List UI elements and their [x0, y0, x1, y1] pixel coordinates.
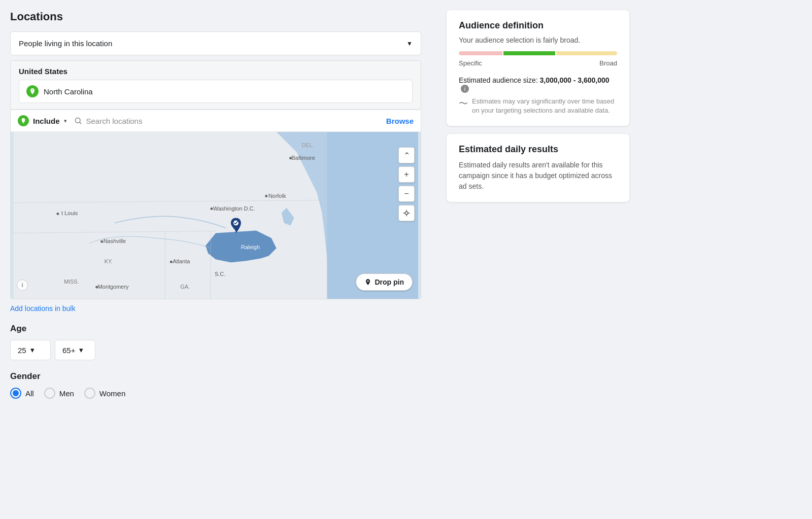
drop-pin-button[interactable]: Drop pin [356, 273, 413, 291]
svg-text:GA.: GA. [180, 284, 190, 290]
age-max-dropdown[interactable]: 65+ ▾ [55, 340, 95, 360]
map-info-icon[interactable]: i [17, 280, 28, 291]
location-name: North Carolina [44, 87, 93, 96]
svg-text:Baltimore: Baltimore [292, 155, 315, 161]
gender-men-label: Men [59, 389, 74, 398]
search-placeholder[interactable]: Search locations [86, 117, 382, 125]
svg-point-30 [405, 212, 408, 215]
gender-all-radio [10, 388, 21, 399]
svg-text:Montgomery: Montgomery [98, 284, 129, 290]
browse-button[interactable]: Browse [386, 117, 414, 125]
include-pin-icon [18, 115, 29, 126]
include-chevron-icon[interactable]: ▾ [64, 118, 67, 124]
audience-size: Estimated audience size: 3,000,000 - 3,6… [459, 76, 617, 93]
age-max-arrow: ▾ [79, 345, 83, 355]
estimate-row: 〜 Estimates may vary significantly over … [459, 97, 617, 115]
svg-text:Raleigh: Raleigh [241, 244, 260, 250]
right-panel: Audience definition Your audience select… [436, 0, 639, 519]
map-zoom-in-button[interactable]: + [398, 166, 415, 183]
svg-text:MISS.: MISS. [64, 279, 79, 285]
audience-subtitle: Your audience selection is fairly broad. [459, 36, 617, 44]
age-min-arrow: ▾ [30, 345, 35, 355]
audience-definition-card: Audience definition Your audience select… [447, 10, 629, 126]
gender-all-option[interactable]: All [10, 388, 34, 399]
svg-text:DEL.: DEL. [301, 142, 314, 148]
add-locations-bulk-link[interactable]: Add locations in bulk [10, 304, 75, 313]
svg-point-24 [289, 157, 292, 159]
map-location-button[interactable] [398, 205, 415, 221]
svg-text:Atlanta: Atlanta [173, 258, 190, 264]
country-label: United States [19, 67, 413, 76]
gender-men-option[interactable]: Men [44, 388, 74, 399]
meter-yellow [556, 51, 617, 55]
gender-women-radio [84, 388, 95, 399]
gender-women-label: Women [99, 389, 125, 398]
svg-text:S.C.: S.C. [215, 271, 225, 277]
svg-point-35 [367, 281, 369, 282]
daily-results-card: Estimated daily results Estimated daily … [447, 134, 629, 202]
audience-definition-title: Audience definition [459, 20, 617, 31]
svg-point-22 [265, 195, 267, 197]
map-zoom-out-button[interactable]: − [398, 186, 415, 202]
svg-rect-4 [13, 132, 327, 299]
location-item[interactable]: North Carolina [19, 80, 413, 103]
age-min-value: 25 [18, 346, 26, 355]
svg-text:Washington D.C.: Washington D.C. [213, 205, 255, 212]
include-search-bar: Include ▾ Search locations Browse [10, 110, 421, 132]
svg-line-2 [79, 122, 81, 124]
gender-all-radio-fill [13, 390, 19, 396]
svg-text:Norfolk: Norfolk [268, 193, 286, 199]
broad-label: Broad [599, 59, 617, 67]
svg-text:Nashville: Nashville [104, 238, 126, 244]
gender-section-title: Gender [10, 371, 421, 382]
gender-women-option[interactable]: Women [84, 388, 125, 399]
gender-all-label: All [25, 389, 34, 398]
map-controls: ⌃ + − [398, 147, 415, 221]
svg-point-28 [95, 286, 98, 289]
gender-men-radio [44, 388, 55, 399]
location-box: United States North Carolina [10, 60, 421, 110]
estimate-note: Estimates may vary significantly over ti… [472, 97, 617, 115]
gender-row: All Men Women [10, 388, 421, 399]
location-type-label: People living in this location [19, 39, 112, 48]
meter-labels: Specific Broad [459, 59, 617, 67]
meter-pink [459, 51, 502, 55]
map-container[interactable]: t Louis Nashville Atlanta S.C. MISS. GA.… [10, 132, 421, 299]
svg-point-10 [56, 213, 59, 215]
audience-size-label: Estimated audience size: [459, 76, 538, 84]
squiggle-icon: 〜 [459, 97, 468, 110]
map-up-button[interactable]: ⌃ [398, 147, 415, 163]
svg-point-12 [100, 240, 103, 243]
search-icon [74, 117, 82, 125]
include-label: Include [33, 117, 60, 125]
page-title: Locations [10, 10, 421, 23]
dropdown-arrow-icon: ▼ [407, 40, 413, 47]
daily-results-text: Estimated daily results aren't available… [459, 160, 617, 192]
meter-green [503, 51, 556, 55]
svg-point-14 [170, 261, 173, 263]
age-row: 25 ▾ 65+ ▾ [10, 340, 421, 360]
location-pin-icon [26, 85, 39, 97]
svg-text:KY.: KY. [105, 258, 113, 264]
svg-point-20 [211, 207, 213, 210]
age-min-dropdown[interactable]: 25 ▾ [10, 340, 51, 360]
svg-text:t Louis: t Louis [61, 211, 78, 217]
daily-results-title: Estimated daily results [459, 144, 617, 155]
drop-pin-label: Drop pin [375, 278, 404, 286]
age-max-value: 65+ [62, 346, 75, 355]
specific-label: Specific [459, 59, 482, 67]
audience-size-value: 3,000,000 - 3,600,000 [540, 76, 610, 84]
audience-meter [459, 51, 617, 55]
location-type-dropdown[interactable]: People living in this location ▼ [10, 31, 421, 55]
age-section-title: Age [10, 324, 421, 334]
info-circle-icon[interactable]: i [461, 85, 469, 93]
